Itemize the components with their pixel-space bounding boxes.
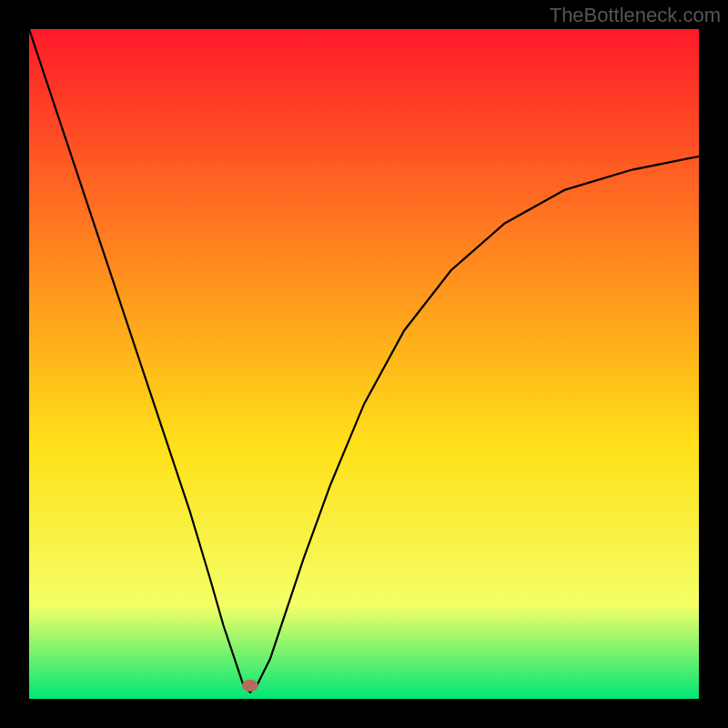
watermark-text: TheBottleneck.com [550,4,721,27]
chart-frame: TheBottleneck.com [0,0,728,728]
optimum-marker [242,680,258,692]
chart-svg [29,29,699,699]
plot-area [29,29,699,699]
gradient-background [29,29,699,699]
